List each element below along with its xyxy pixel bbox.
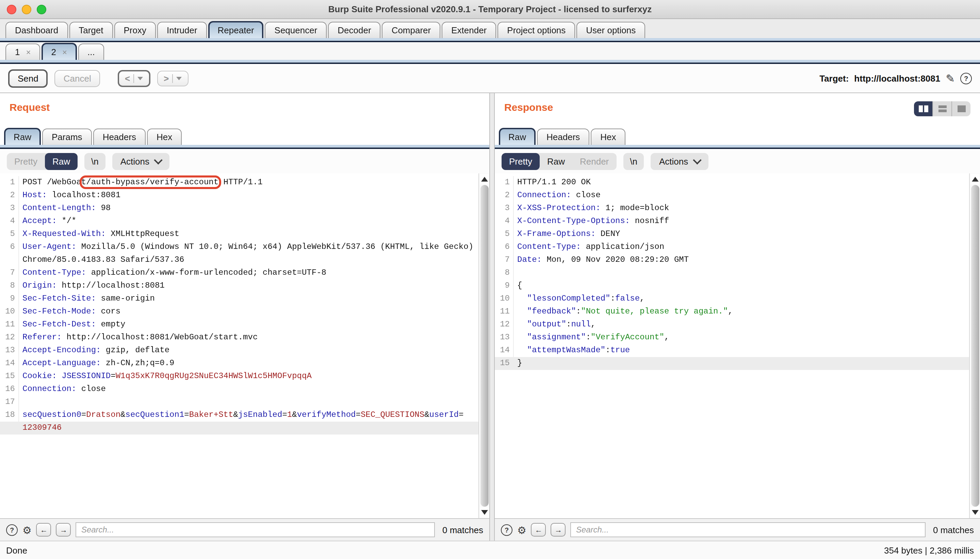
previous-request-button[interactable]: < — [118, 70, 151, 87]
request-line-8: 8Origin: http://localhost:8081 — [0, 280, 478, 293]
main-tab-comparer[interactable]: Comparer — [382, 22, 441, 38]
search-previous-button[interactable]: ← — [36, 523, 51, 537]
response-view-pretty[interactable]: Pretty — [502, 153, 540, 170]
main-tab-project-options[interactable]: Project options — [497, 22, 575, 38]
main-tab-extender[interactable]: Extender — [442, 22, 496, 38]
search-settings-gear-icon[interactable]: ⚙ — [517, 525, 526, 535]
response-tab-hex[interactable]: Hex — [591, 129, 625, 145]
request-line-text — [18, 396, 22, 409]
response-tab-raw[interactable]: Raw — [499, 128, 536, 145]
layout-rows-button[interactable] — [932, 101, 952, 116]
response-line-text: X-Frame-Options: DENY — [513, 228, 620, 241]
line-number: 3 — [0, 202, 18, 215]
scrollbar-thumb[interactable] — [481, 185, 489, 507]
response-view-raw[interactable]: Raw — [540, 153, 572, 170]
line-number: 7 — [0, 266, 18, 280]
line-number: 18 — [0, 409, 18, 422]
repeater-tab-2[interactable]: 2× — [42, 43, 77, 60]
pane-splitter[interactable] — [489, 93, 495, 541]
main-tab-label: Sequencer — [275, 25, 317, 35]
main-tab-proxy[interactable]: Proxy — [114, 22, 156, 38]
search-next-button[interactable]: → — [551, 523, 566, 537]
response-line-14: 14 "attemptWasMade":true — [495, 344, 969, 357]
cancel-button[interactable]: Cancel — [55, 70, 100, 87]
response-actions-button[interactable]: Actions — [651, 153, 708, 170]
main-tab-decoder[interactable]: Decoder — [328, 22, 380, 38]
main-tab-label: Dashboard — [15, 25, 58, 35]
request-tab-headers[interactable]: Headers — [93, 129, 146, 145]
main-tab-intruder[interactable]: Intruder — [157, 22, 207, 38]
response-line-text: "attemptWasMade":true — [513, 344, 630, 357]
request-scrollbar[interactable] — [478, 174, 489, 518]
scroll-up-icon[interactable] — [970, 174, 979, 184]
response-search-input[interactable] — [570, 522, 925, 537]
response-line-8: 8 — [495, 266, 969, 280]
line-number: 1 — [0, 176, 18, 189]
close-tab-icon[interactable]: × — [26, 48, 31, 56]
main-tab-target[interactable]: Target — [69, 22, 113, 38]
response-newline-button[interactable]: \n — [623, 153, 644, 170]
line-number: 12 — [495, 318, 513, 331]
line-number: 8 — [495, 266, 513, 280]
message-panes: Request RawParamsHeadersHex PrettyRaw \n… — [0, 93, 980, 541]
response-editor[interactable]: 1HTTP/1.1 200 OK2Connection: close3X-XSS… — [495, 174, 980, 518]
main-tab-sequencer[interactable]: Sequencer — [265, 22, 327, 38]
line-number: 15 — [0, 370, 18, 383]
request-search-input[interactable] — [76, 522, 435, 537]
request-search-bar: ? ⚙ ← → 0 matches — [0, 518, 489, 541]
target-url: http://localhost:8081 — [854, 73, 940, 83]
request-tab-raw[interactable]: Raw — [4, 128, 41, 145]
request-tab-bar: RawParamsHeadersHex — [0, 129, 489, 145]
line-number: 13 — [0, 344, 18, 357]
request-line-4: 4Accept: */* — [0, 215, 478, 228]
scroll-up-icon[interactable] — [480, 174, 489, 184]
send-button[interactable]: Send — [8, 69, 48, 88]
forward-dropdown-icon[interactable] — [176, 76, 182, 80]
request-pane-head: Request — [0, 93, 489, 129]
edit-target-icon[interactable]: ✎ — [946, 72, 955, 85]
response-pane: Response RawHeadersHex PrettyRawRender \… — [495, 93, 980, 541]
layout-single-button[interactable] — [952, 101, 970, 116]
back-dropdown-icon[interactable] — [138, 76, 143, 80]
request-line-text: Content-Type: application/x-www-form-url… — [18, 266, 326, 280]
search-help-icon[interactable]: ? — [6, 524, 18, 536]
response-tab-headers[interactable]: Headers — [537, 129, 589, 145]
request-line-text: Accept-Language: zh-CN,zh;q=0.9 — [18, 357, 174, 370]
search-help-icon[interactable]: ? — [501, 524, 512, 536]
request-view-pretty[interactable]: Pretty — [7, 153, 45, 170]
scroll-down-icon[interactable] — [480, 507, 489, 518]
response-line-3: 3X-XSS-Protection: 1; mode=block — [495, 202, 969, 215]
scroll-down-icon[interactable] — [970, 507, 979, 518]
scrollbar-thumb[interactable] — [971, 185, 979, 507]
search-previous-button[interactable]: ← — [531, 523, 546, 537]
close-tab-icon[interactable]: × — [62, 48, 67, 56]
next-request-button[interactable]: > — [157, 70, 189, 86]
request-actions-button[interactable]: Actions — [112, 153, 170, 170]
response-view-render[interactable]: Render — [572, 153, 616, 170]
response-pane-head: Response — [495, 93, 980, 129]
request-tab-hex[interactable]: Hex — [147, 129, 182, 145]
repeater-tab-1[interactable]: 1× — [5, 43, 40, 60]
main-tab-dashboard[interactable]: Dashboard — [5, 22, 68, 38]
request-view-raw[interactable]: Raw — [45, 153, 78, 170]
response-line-9: 9{ — [495, 280, 969, 293]
request-tab-underline — [0, 145, 489, 149]
line-number: 5 — [495, 228, 513, 241]
request-tab-params[interactable]: Params — [42, 129, 92, 145]
help-icon[interactable]: ? — [960, 73, 972, 84]
repeater-tab-more[interactable]: ... — [78, 43, 104, 60]
main-tab-user-options[interactable]: User options — [576, 22, 645, 38]
request-editor[interactable]: 1POST /WebGoat/auth-bypass/verify-accoun… — [0, 174, 489, 518]
request-newline-button[interactable]: \n — [85, 153, 106, 170]
window-title: Burp Suite Professional v2020.9.1 - Temp… — [0, 4, 980, 14]
main-tab-repeater[interactable]: Repeater — [208, 21, 264, 38]
layout-columns-button[interactable] — [914, 101, 932, 116]
response-line-text: Connection: close — [513, 189, 600, 202]
line-number: 14 — [0, 357, 18, 370]
main-tab-label: Target — [79, 25, 103, 35]
response-line-2: 2Connection: close — [495, 189, 969, 202]
search-next-button[interactable]: → — [56, 523, 71, 537]
response-scrollbar[interactable] — [969, 174, 980, 518]
search-settings-gear-icon[interactable]: ⚙ — [22, 525, 32, 535]
request-tab-label: Headers — [103, 132, 136, 142]
